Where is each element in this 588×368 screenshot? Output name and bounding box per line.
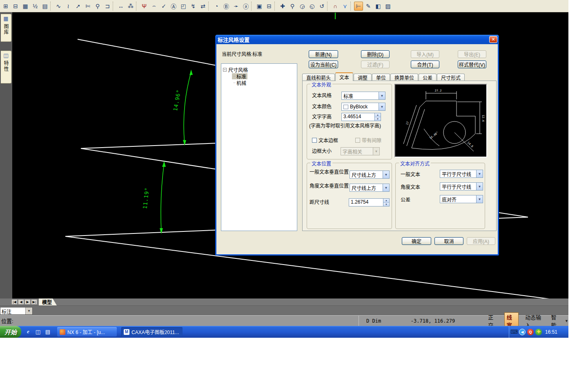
linear-dimension-icon[interactable]: ↔: [116, 2, 125, 11]
contour-icon[interactable]: ✄: [83, 2, 92, 11]
zoom-window-icon[interactable]: ◶: [298, 2, 307, 11]
hide-icons-icon[interactable]: ◀: [519, 329, 526, 335]
fillet-icon[interactable]: ⌢: [149, 2, 158, 11]
tab-lines-arrows[interactable]: 直线和箭头: [302, 74, 335, 81]
mail-quicklaunch-icon[interactable]: ▤: [44, 328, 51, 335]
label-box-icon[interactable]: ◰: [179, 2, 188, 11]
title-block-icon[interactable]: ⊟: [11, 2, 20, 11]
style-override-button[interactable]: 样式替代(V): [458, 61, 486, 68]
tree-item-standard[interactable]: ┄ 标准: [223, 73, 295, 79]
swap-text-icon[interactable]: ⇄: [198, 2, 207, 11]
collapse-icon[interactable]: −: [223, 68, 227, 72]
cancel-button[interactable]: 取消: [434, 237, 463, 245]
tree-root[interactable]: − 尺寸风格: [223, 66, 295, 73]
ruler-icon[interactable]: ⊟: [265, 2, 274, 11]
new-button[interactable]: 新建(N): [309, 50, 338, 58]
spin-down-icon[interactable]: ▼: [375, 117, 381, 121]
dimension-type-combo[interactable]: 标注 ▼: [0, 307, 33, 315]
pan-icon[interactable]: ✚: [278, 2, 287, 11]
delete-button[interactable]: 删除(D): [361, 50, 390, 58]
qq-tray-icon[interactable]: Q: [527, 329, 534, 335]
tab-adjust[interactable]: 调整: [354, 74, 372, 81]
merge-pick-icon[interactable]: ⋎: [341, 2, 350, 11]
chevron-down-icon[interactable]: ▼: [383, 171, 389, 178]
set-current-button[interactable]: 设为当前(C): [309, 61, 338, 68]
arrow-mark-icon[interactable]: ➚: [74, 2, 82, 11]
center-hole-icon[interactable]: ⚲: [93, 2, 102, 11]
sidebar-tab-library[interactable]: ▦ 图库: [1, 14, 11, 42]
general-vertical-combo[interactable]: 尺寸线上方 ▼: [350, 171, 390, 179]
tree-item-mechanical[interactable]: ┄ 机械: [223, 79, 295, 86]
align-angle-combo[interactable]: 平行于尺寸线 ▼: [440, 182, 483, 191]
stamp-text-icon[interactable]: ⓐ: [241, 2, 250, 11]
grid-table-icon[interactable]: ▦: [21, 2, 30, 11]
text-frame-icon[interactable]: Ⓐ: [169, 2, 178, 11]
text-style-combo[interactable]: 标准 ▼: [341, 92, 385, 100]
chevron-down-icon[interactable]: ▼: [383, 184, 389, 191]
chevron-down-icon[interactable]: ▼: [379, 103, 385, 110]
sidebar-tab-properties[interactable]: ◫ 特性: [1, 51, 11, 83]
offset-spinner[interactable]: 1.26754 ▲▼: [349, 198, 390, 206]
text-style-brush-icon[interactable]: ✎: [364, 2, 373, 11]
chevron-down-icon[interactable]: ▼: [379, 92, 385, 99]
ie-quicklaunch-icon[interactable]: e: [24, 328, 32, 335]
pie-tolerance-icon[interactable]: ◔: [212, 2, 221, 11]
zoom-previous-icon[interactable]: ↺: [317, 2, 326, 11]
tab-tolerance[interactable]: 公差: [419, 74, 437, 81]
check-dimension-icon[interactable]: ✓: [159, 2, 168, 11]
magnet-icon[interactable]: ∩: [331, 2, 340, 11]
desktop-quicklaunch-icon[interactable]: ◫: [34, 328, 42, 335]
merge-button[interactable]: 合并(T): [411, 61, 439, 68]
align-general-combo[interactable]: 平行于尺寸线 ▼: [440, 170, 483, 178]
chevron-down-icon[interactable]: ▼: [476, 183, 483, 190]
trim-icon[interactable]: Ψ: [140, 2, 149, 11]
text-color-combo[interactable]: ByBlock ▼: [341, 103, 385, 111]
node-dimension-icon[interactable]: ⁂: [126, 2, 135, 11]
dialog-titlebar[interactable]: 标注风格设置 ✕: [215, 35, 499, 44]
tab-dim-form[interactable]: 尺寸形式: [437, 74, 465, 81]
spin-down-icon[interactable]: ▼: [383, 203, 389, 206]
table-icon[interactable]: ⊞: [1, 2, 10, 11]
zoom-icon[interactable]: ⚲: [288, 2, 297, 11]
keyboard-tray-icon[interactable]: ⌨: [511, 329, 517, 335]
view-window-icon[interactable]: ▣: [255, 2, 264, 11]
next-sheet-icon[interactable]: ▶: [24, 299, 31, 305]
task-nx[interactable]: NX 6 - 加工 - [u...: [57, 327, 117, 337]
task-caxa[interactable]: M CAXA电子图板2011...: [121, 327, 183, 337]
updater-tray-icon[interactable]: ✚: [535, 329, 542, 335]
sheet-edit-icon[interactable]: ▨: [383, 2, 392, 11]
serial-number-icon[interactable]: ½: [31, 2, 40, 11]
start-button[interactable]: 开始: [0, 326, 21, 338]
close-icon[interactable]: ✕: [489, 36, 497, 43]
chevron-down-icon[interactable]: ▼: [565, 319, 568, 323]
datum-icon[interactable]: Ⓑ: [222, 2, 231, 11]
ok-button[interactable]: 确定: [402, 237, 431, 245]
tab-alt-units[interactable]: 换算单位: [390, 74, 418, 81]
tab-units[interactable]: 单位: [372, 74, 390, 81]
model-tab[interactable]: 模型: [39, 298, 57, 305]
wave-line-icon[interactable]: ∿: [54, 2, 63, 11]
checkbox-icon[interactable]: [312, 138, 317, 143]
angle-vertical-combo[interactable]: 尺寸线上方 ▼: [350, 184, 390, 192]
direction-arrow-icon[interactable]: ➛: [232, 2, 241, 11]
double-break-line-icon[interactable]: ≀: [64, 2, 73, 11]
spin-up-icon[interactable]: ▲: [375, 113, 381, 117]
zoom-out-icon[interactable]: ◵: [307, 2, 316, 11]
prev-sheet-icon[interactable]: ◀: [18, 299, 24, 305]
align-tolerance-combo[interactable]: 底对齐 ▼: [440, 195, 483, 203]
spin-up-icon[interactable]: ▲: [383, 199, 389, 203]
leader-icon[interactable]: ↯: [189, 2, 198, 11]
nx-app-icon: [60, 329, 65, 335]
layer-style-icon[interactable]: ◧: [374, 2, 383, 11]
bom-table-icon[interactable]: ▤: [40, 2, 49, 11]
chevron-down-icon[interactable]: ▼: [25, 307, 32, 314]
chevron-down-icon[interactable]: ▼: [476, 170, 483, 177]
tab-text[interactable]: 文本: [335, 72, 353, 81]
chevron-down-icon[interactable]: ▼: [476, 195, 483, 203]
section-mark-icon[interactable]: ⊐: [103, 2, 112, 11]
text-border-checkbox[interactable]: 文本边框: [312, 137, 338, 144]
text-height-spinner[interactable]: 3.46514 ▲▼: [341, 113, 381, 121]
first-sheet-icon[interactable]: |◀: [11, 299, 18, 305]
dimension-style-icon[interactable]: ⊢: [354, 2, 363, 11]
last-sheet-icon[interactable]: ▶|: [31, 299, 37, 305]
